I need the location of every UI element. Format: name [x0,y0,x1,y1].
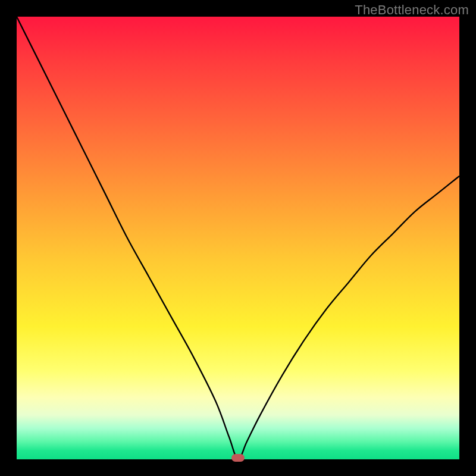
outer-frame: TheBottleneck.com [0,0,476,476]
watermark-text: TheBottleneck.com [355,2,469,18]
optimal-marker [231,454,245,462]
curve-path [17,17,459,459]
bottleneck-curve [17,17,459,459]
plot-area [17,17,459,459]
